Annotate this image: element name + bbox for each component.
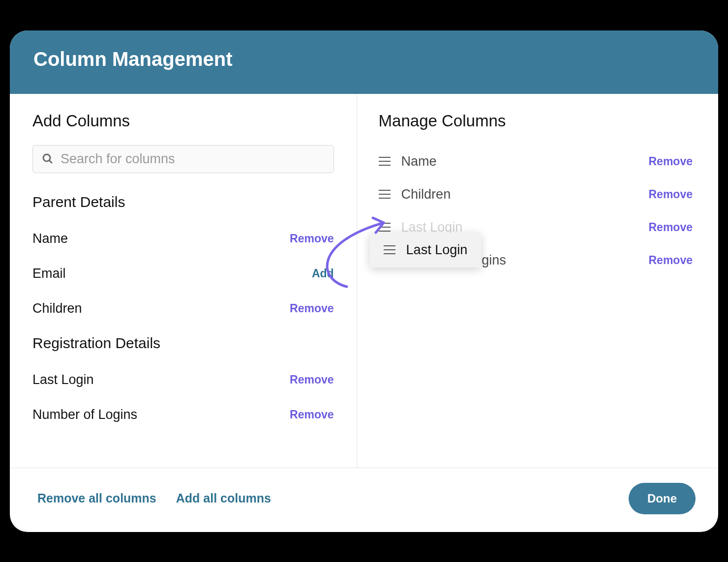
svg-line-1	[49, 160, 52, 163]
manage-columns-title: Manage Columns	[379, 112, 693, 130]
remove-link[interactable]: Remove	[649, 221, 693, 234]
group-registration-details-title: Registration Details	[32, 335, 334, 352]
add-columns-title: Add Columns	[32, 112, 334, 130]
search-input[interactable]	[61, 151, 325, 167]
manage-label: Children	[401, 187, 451, 202]
manage-label: Name	[401, 154, 437, 169]
drag-handle-icon[interactable]	[379, 223, 391, 232]
search-icon	[42, 153, 54, 165]
add-row-number-of-logins: Number of Logins Remove	[32, 400, 334, 429]
group-parent-details-title: Parent Details	[32, 194, 334, 210]
manage-row-children[interactable]: Children Remove	[379, 178, 693, 211]
drag-handle-icon[interactable]	[379, 190, 391, 199]
remove-all-columns-link[interactable]: Remove all columns	[37, 491, 156, 505]
footer-actions-left: Remove all columns Add all columns	[37, 491, 271, 505]
dragging-label: Last Login	[406, 242, 468, 258]
add-row-children: Children Remove	[32, 294, 334, 323]
modal-body: Add Columns Parent Details Name Remove E…	[10, 94, 718, 468]
modal-title: Column Management	[33, 48, 232, 70]
remove-link-number-of-logins[interactable]: Remove	[290, 408, 334, 421]
column-management-modal: Column Management Add Columns Parent Det…	[10, 30, 718, 532]
column-label: Children	[32, 301, 82, 316]
remove-link-children[interactable]: Remove	[290, 302, 334, 315]
remove-link[interactable]: Remove	[649, 254, 693, 267]
manage-row-name[interactable]: Name Remove	[379, 145, 693, 178]
column-label: Number of Logins	[32, 407, 137, 422]
remove-link[interactable]: Remove	[649, 155, 693, 168]
search-field-wrap[interactable]	[32, 145, 334, 173]
remove-link[interactable]: Remove	[649, 188, 693, 201]
remove-link-name[interactable]: Remove	[290, 232, 334, 245]
done-button[interactable]: Done	[629, 483, 696, 514]
column-label: Email	[32, 266, 66, 281]
add-row-last-login: Last Login Remove	[32, 365, 334, 394]
add-row-email: Email Add	[32, 259, 334, 288]
manage-columns-panel: Manage Columns Name Remove Children Remo…	[357, 94, 718, 468]
remove-link-last-login[interactable]: Remove	[290, 373, 334, 386]
add-all-columns-link[interactable]: Add all columns	[176, 491, 271, 505]
add-columns-panel: Add Columns Parent Details Name Remove E…	[10, 94, 357, 468]
column-label: Name	[32, 231, 68, 246]
drag-handle-icon[interactable]	[379, 157, 391, 166]
dragging-row[interactable]: Last Login	[370, 233, 482, 267]
add-row-name: Name Remove	[32, 224, 334, 253]
add-link-email[interactable]: Add	[312, 267, 334, 280]
drag-handle-icon[interactable]	[384, 245, 395, 254]
modal-header: Column Management	[10, 30, 718, 94]
modal-footer: Remove all columns Add all columns Done	[10, 468, 718, 532]
column-label: Last Login	[32, 372, 94, 387]
